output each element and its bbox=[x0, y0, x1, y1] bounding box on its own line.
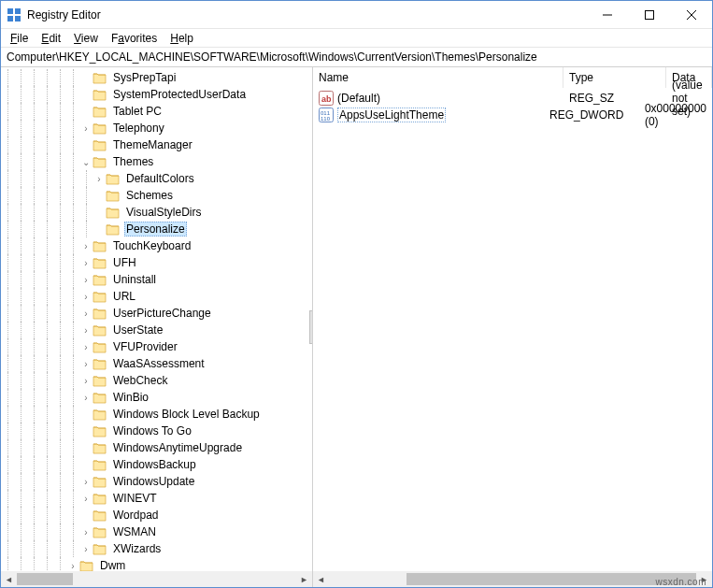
tree-item[interactable]: ›UFH bbox=[1, 254, 312, 271]
tree-item[interactable]: Windows To Go bbox=[1, 423, 312, 439]
tree-item[interactable]: ›WindowsUpdate bbox=[1, 473, 312, 490]
folder-icon bbox=[93, 122, 107, 135]
scroll-right-button[interactable]: ► bbox=[296, 571, 312, 587]
menu-favorites[interactable]: Favorites bbox=[106, 31, 163, 46]
tree-item[interactable]: ThemeManager bbox=[1, 136, 312, 153]
maximize-button[interactable] bbox=[628, 1, 670, 29]
folder-icon bbox=[93, 525, 107, 538]
tree-item[interactable]: ›TouchKeyboard bbox=[1, 237, 312, 254]
tree-item-label: Personalize bbox=[124, 222, 187, 237]
tree-item[interactable]: ›WinBio bbox=[1, 389, 312, 406]
svg-rect-0 bbox=[7, 8, 13, 14]
tree-item-label: UserPictureChange bbox=[111, 307, 213, 320]
tree-item-label: WinBio bbox=[111, 391, 150, 404]
chevron-right-icon[interactable]: › bbox=[79, 494, 93, 504]
tree-item[interactable]: ⌄Themes bbox=[1, 153, 312, 170]
chevron-right-icon[interactable]: › bbox=[79, 325, 93, 336]
tree-item[interactable]: ›URL bbox=[1, 288, 312, 305]
tree-item-label: WINEVT bbox=[111, 492, 159, 505]
scroll-track[interactable] bbox=[17, 571, 296, 587]
column-name[interactable]: Name bbox=[313, 67, 563, 88]
svg-rect-1 bbox=[15, 8, 21, 14]
chevron-right-icon[interactable]: › bbox=[79, 308, 93, 319]
chevron-right-icon[interactable]: › bbox=[79, 376, 93, 386]
tree-item[interactable]: ›WebCheck bbox=[1, 372, 312, 389]
tree-item[interactable]: ›Dwm bbox=[1, 557, 312, 571]
tree-pane[interactable]: SysPrepTapiSystemProtectedUserDataTablet… bbox=[1, 67, 313, 587]
tree-item[interactable]: Windows Block Level Backup bbox=[1, 406, 312, 423]
minimize-button[interactable] bbox=[586, 1, 628, 29]
column-type[interactable]: Type bbox=[563, 67, 666, 88]
chevron-down-icon[interactable]: ⌄ bbox=[79, 157, 93, 167]
tree-item[interactable]: VisualStyleDirs bbox=[1, 204, 312, 221]
list-pane[interactable]: Name Type Data (Default)REG_SZ(value not… bbox=[313, 67, 712, 587]
tree-item[interactable]: ›VFUProvider bbox=[1, 338, 312, 355]
chevron-right-icon[interactable]: › bbox=[79, 342, 93, 352]
column-headers: Name Type Data bbox=[313, 67, 712, 88]
dword-value-icon bbox=[319, 108, 334, 122]
chevron-right-icon[interactable]: › bbox=[79, 477, 93, 487]
scroll-left-button[interactable]: ◄ bbox=[313, 571, 329, 587]
tree-item[interactable]: ›UserState bbox=[1, 322, 312, 338]
tree-item[interactable]: ›WINEVT bbox=[1, 490, 312, 507]
tree-hscrollbar[interactable]: ◄ ► bbox=[1, 571, 312, 587]
svg-rect-3 bbox=[15, 16, 21, 22]
folder-icon bbox=[93, 323, 107, 337]
tree-item[interactable]: ›UserPictureChange bbox=[1, 305, 312, 322]
tree-item[interactable]: ›WSMAN bbox=[1, 523, 312, 540]
tree-item[interactable]: SystemProtectedUserData bbox=[1, 86, 312, 103]
tree-item[interactable]: WindowsAnytimeUpgrade bbox=[1, 439, 312, 456]
chevron-right-icon[interactable]: › bbox=[79, 393, 93, 403]
menu-file[interactable]: File bbox=[5, 31, 34, 46]
folder-icon bbox=[93, 340, 107, 353]
tree-item[interactable]: Personalize bbox=[1, 221, 312, 237]
value-row[interactable]: AppsUseLightThemeREG_DWORD0x00000000 (0) bbox=[313, 107, 712, 123]
scroll-thumb[interactable] bbox=[17, 573, 73, 585]
chevron-right-icon[interactable]: › bbox=[79, 544, 93, 554]
folder-icon bbox=[93, 424, 107, 437]
folder-icon bbox=[93, 273, 107, 286]
scroll-left-button[interactable]: ◄ bbox=[1, 571, 17, 587]
tree-item[interactable]: ›Uninstall bbox=[1, 271, 312, 288]
value-name: (Default) bbox=[337, 92, 380, 105]
chevron-right-icon[interactable]: › bbox=[79, 292, 93, 302]
chevron-right-icon[interactable]: › bbox=[66, 561, 79, 571]
tree-item-label: VFUProvider bbox=[111, 340, 179, 353]
menu-view[interactable]: View bbox=[68, 31, 104, 46]
tree-item-label: URL bbox=[111, 290, 137, 303]
tree-item[interactable]: ›WaaSAssessment bbox=[1, 355, 312, 372]
menu-help[interactable]: Help bbox=[164, 31, 199, 46]
chevron-right-icon[interactable]: › bbox=[79, 258, 93, 268]
tree-item[interactable]: ›Telephony bbox=[1, 120, 312, 136]
tree-item-label: SystemProtectedUserData bbox=[111, 88, 248, 101]
tree-item[interactable]: Tablet PC bbox=[1, 103, 312, 120]
close-button[interactable] bbox=[670, 1, 712, 29]
menu-edit[interactable]: Edit bbox=[36, 31, 66, 46]
tree-item[interactable]: WindowsBackup bbox=[1, 456, 312, 473]
tree-item[interactable]: ›DefaultColors bbox=[1, 170, 312, 187]
chevron-right-icon[interactable]: › bbox=[79, 275, 93, 285]
chevron-right-icon[interactable]: › bbox=[79, 241, 93, 251]
chevron-right-icon[interactable]: › bbox=[79, 123, 93, 134]
address-bar[interactable]: Computer\HKEY_LOCAL_MACHINE\SOFTWARE\Mic… bbox=[1, 48, 712, 67]
list-hscrollbar[interactable]: ◄ ► bbox=[313, 571, 712, 587]
folder-icon bbox=[93, 475, 107, 488]
folder-icon bbox=[93, 307, 107, 320]
tree-item[interactable]: Schemes bbox=[1, 187, 312, 204]
tree-item-label: WindowsAnytimeUpgrade bbox=[111, 441, 244, 454]
folder-icon bbox=[79, 559, 94, 571]
chevron-right-icon[interactable]: › bbox=[79, 527, 93, 538]
tree-item-label: WebCheck bbox=[111, 374, 169, 387]
value-data: 0x00000000 (0) bbox=[639, 102, 712, 128]
scroll-track[interactable] bbox=[329, 571, 696, 587]
tree-item[interactable]: Wordpad bbox=[1, 507, 312, 523]
folder-icon bbox=[93, 408, 107, 421]
scroll-thumb[interactable] bbox=[406, 573, 696, 585]
svg-rect-5 bbox=[645, 10, 653, 19]
tree-item-label: Wordpad bbox=[111, 509, 160, 522]
chevron-right-icon[interactable]: › bbox=[93, 174, 106, 184]
content-area: SysPrepTapiSystemProtectedUserDataTablet… bbox=[1, 67, 712, 587]
tree-item[interactable]: ›XWizards bbox=[1, 540, 312, 557]
chevron-right-icon[interactable]: › bbox=[79, 359, 93, 369]
tree-item[interactable]: SysPrepTapi bbox=[1, 69, 312, 86]
